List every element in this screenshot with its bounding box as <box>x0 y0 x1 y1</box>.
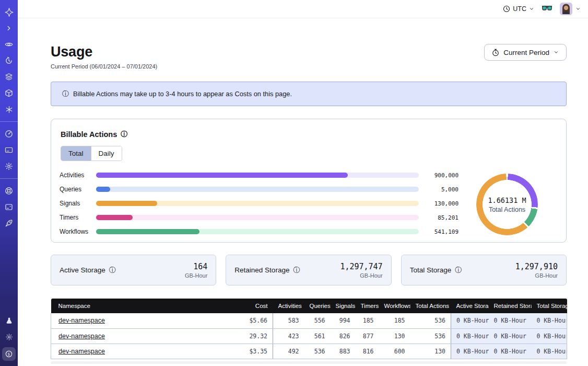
info-icon[interactable]: ⓘ <box>109 266 116 275</box>
table-scroll-strip[interactable] <box>51 361 567 364</box>
sidebar-divider <box>0 121 18 122</box>
billable-actions-title: Billable Actions <box>61 130 117 139</box>
cell-activities: 492 <box>273 344 304 359</box>
namespace-link[interactable]: dev-namespace <box>58 348 105 355</box>
page-title: Usage <box>51 44 157 60</box>
bar-track <box>96 215 419 220</box>
cell-signals: 826 <box>331 328 356 344</box>
column-header-cost: Cost <box>224 299 273 313</box>
usage-icon[interactable] <box>0 128 18 140</box>
column-header-activities: Activities <box>273 299 304 313</box>
column-header-timers: Timers <box>356 299 379 313</box>
timezone-label: UTC <box>513 5 526 13</box>
bar-track <box>96 173 419 178</box>
bar-row-signals: Signals130,000 <box>60 200 458 205</box>
bar-value: 85,201 <box>419 214 458 221</box>
sidebar-divider <box>0 178 18 179</box>
clock-icon <box>503 5 510 13</box>
donut-total-value: 1.66131 M <box>488 196 526 204</box>
namespace-cell: dev-namespace <box>51 328 224 344</box>
column-header-signals: Signals <box>331 299 356 313</box>
bar-track <box>96 187 419 192</box>
docs-terminal-icon[interactable] <box>0 201 18 213</box>
table-row: dev-namespace$3.354925368838166001300 KB… <box>51 344 567 359</box>
labs-flask-icon[interactable] <box>0 315 18 326</box>
total-daily-tab-group: Total Daily <box>61 146 122 161</box>
active-storage-value: 164 <box>185 262 207 271</box>
column-header-workflows: Workflows <box>379 299 410 313</box>
collapse-sidebar-icon[interactable] <box>0 22 18 34</box>
sidebar: $ <box>0 0 18 366</box>
usage-billing-active-icon[interactable]: $ <box>2 347 16 361</box>
tab-daily[interactable]: Daily <box>91 146 122 161</box>
retained-storage-card: Retained Storage ⓘ 1,297,747 GB-Hour <box>226 255 391 285</box>
bar-value: 5,000 <box>419 186 458 193</box>
bar-fill <box>96 229 199 234</box>
bar-fill <box>96 173 348 178</box>
bar-fill <box>96 215 133 220</box>
info-icon[interactable]: ⓘ <box>293 266 300 275</box>
cell-retained-storage: 0 KB-Hour <box>489 328 532 344</box>
rocket-icon[interactable] <box>0 218 18 229</box>
billing-icon[interactable] <box>0 144 18 156</box>
cell-total-actions: 536 <box>410 313 451 328</box>
table-row: dev-namespace$5.665835569941851855360 KB… <box>51 313 567 328</box>
settings-gear-icon[interactable] <box>0 161 18 172</box>
svg-text:$: $ <box>8 352 10 357</box>
bar-track <box>96 229 419 234</box>
total-storage-label: Total Storage <box>410 266 452 274</box>
period-dropdown-button[interactable]: Current Period <box>484 44 567 61</box>
cell-signals: 883 <box>331 344 356 359</box>
bar-value: 130,000 <box>419 200 458 207</box>
cell-cost: $3.35 <box>224 344 273 359</box>
total-actions-donut-chart: 1.66131 M Total Actions <box>458 167 556 242</box>
stopwatch-icon <box>492 49 499 56</box>
billable-actions-bar-chart: Activities900,000Queries5,000Signals130,… <box>60 170 458 242</box>
namespaces-icon[interactable] <box>0 39 18 50</box>
column-header-active-storage: Active Storage <box>451 299 489 313</box>
nexus-icon[interactable] <box>0 104 18 115</box>
cell-active-storage: 0 KB-Hour <box>451 328 489 344</box>
total-storage-unit: GB-Hour <box>515 272 558 279</box>
total-storage-card: Total Storage ⓘ 1,297,910 GB-Hour <box>401 255 567 285</box>
cell-workflows: 185 <box>379 313 410 328</box>
cell-cost: 29.32 <box>224 328 273 344</box>
chevron-down-icon <box>529 6 534 12</box>
account-menu[interactable] <box>560 3 581 15</box>
cell-activities: 583 <box>273 313 304 328</box>
bar-row-workflows: Workflows541,109 <box>60 228 458 233</box>
bar-label: Queries <box>60 186 96 193</box>
cell-workflows: 130 <box>379 328 410 344</box>
cell-total-storage: 0 KB-Hour <box>532 313 567 328</box>
deployments-icon[interactable] <box>0 71 18 83</box>
avatar <box>560 3 572 15</box>
cell-active-storage: 0 KB-Hour <box>451 344 489 359</box>
cell-cost: $5.66 <box>224 313 273 328</box>
cell-queries: 561 <box>304 328 331 344</box>
cell-workflows: 600 <box>379 344 410 359</box>
bar-value: 900,000 <box>419 172 458 179</box>
feedback-goggles-icon[interactable] <box>542 4 552 14</box>
chevron-down-icon <box>554 50 559 55</box>
info-icon: ⓘ <box>62 89 69 99</box>
info-icon[interactable]: ⓘ <box>121 130 127 139</box>
storage-summary-row: Active Storage ⓘ 164 GB-Hour Retained St… <box>51 255 567 285</box>
schedules-icon[interactable] <box>0 55 18 66</box>
chevron-down-icon <box>575 6 581 12</box>
main-content: Usage Current Period (06/01/2024 – 07/01… <box>18 18 588 366</box>
namespace-link[interactable]: dev-namespace <box>58 333 105 340</box>
namespace-cell: dev-namespace <box>51 313 224 328</box>
cell-signals: 994 <box>331 313 356 328</box>
namespace-link[interactable]: dev-namespace <box>58 317 105 324</box>
bar-fill <box>96 201 157 206</box>
theme-sun-icon[interactable] <box>0 331 18 342</box>
namespace-usage-table: NamespaceCostActivitiesQueriesSignalsTim… <box>51 299 567 364</box>
support-icon[interactable] <box>0 185 18 197</box>
timezone-dropdown[interactable]: UTC <box>503 5 534 13</box>
tab-total[interactable]: Total <box>61 146 91 161</box>
workflows-icon[interactable] <box>0 87 18 99</box>
retained-storage-label: Retained Storage <box>234 266 289 274</box>
donut-total-label: Total Actions <box>489 206 525 213</box>
temporal-logo-icon[interactable] <box>0 6 18 18</box>
info-icon[interactable]: ⓘ <box>455 266 462 275</box>
